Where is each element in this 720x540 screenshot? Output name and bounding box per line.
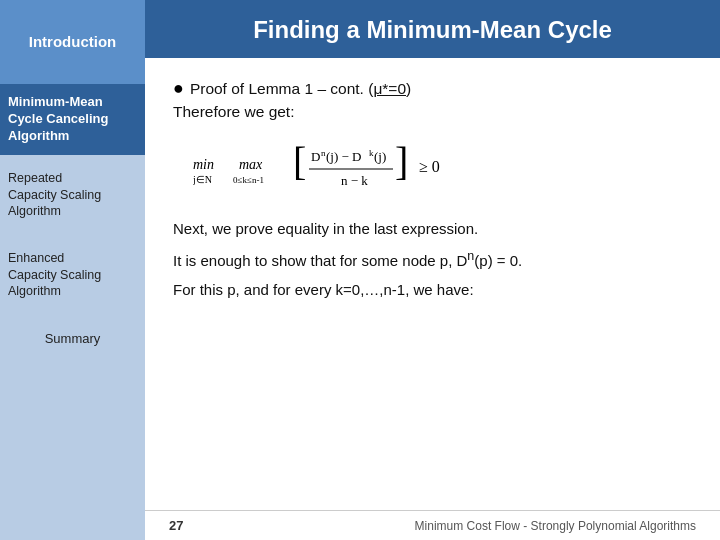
proof-lemma-line: ● Proof of Lemma 1 – cont. (μ*=0) — [173, 78, 692, 99]
svg-text:[: [ — [293, 139, 306, 184]
proof-intro-text: Proof of Lemma 1 – cont. (μ*=0) — [190, 80, 411, 98]
svg-text:0≤k≤n-1: 0≤k≤n-1 — [233, 175, 264, 185]
formula-svg: min j∈N max 0≤k≤n-1 [ D n (j) − D k (j) … — [193, 137, 573, 201]
sidebar-item-introduction[interactable]: Introduction — [0, 0, 145, 84]
page-title: Finding a Minimum-Mean Cycle — [145, 0, 720, 58]
superscript-n: n — [467, 249, 474, 263]
sidebar-item-rcsa-label: RepeatedCapacity ScalingAlgorithm — [8, 170, 137, 219]
sidebar: Introduction Minimum-MeanCycle Canceling… — [0, 0, 145, 540]
next-text-1: Next, we prove equality in the last expr… — [173, 217, 692, 241]
svg-text:min: min — [193, 157, 214, 172]
sidebar-item-summary[interactable]: Summary — [0, 315, 145, 365]
mu-star: μ*=0 — [373, 80, 406, 97]
svg-text:(j) − D: (j) − D — [326, 149, 362, 164]
svg-text:≥  0: ≥ 0 — [419, 158, 440, 175]
formula-area: min j∈N max 0≤k≤n-1 [ D n (j) − D k (j) … — [173, 137, 692, 201]
svg-text:(j): (j) — [374, 149, 386, 164]
sidebar-bottom-space — [0, 365, 145, 540]
sidebar-item-mmcc[interactable]: Minimum-MeanCycle CancelingAlgorithm — [0, 84, 145, 155]
next-text-3: For this p, and for every k=0,…,n-1, we … — [173, 278, 692, 302]
svg-text:D: D — [311, 149, 320, 164]
sidebar-item-mmcc-label: Minimum-MeanCycle CancelingAlgorithm — [8, 94, 137, 145]
footer-title: Minimum Cost Flow - Strongly Polynomial … — [415, 519, 696, 533]
svg-text:]: ] — [395, 139, 408, 184]
sidebar-item-ecsa-label: EnhancedCapacity ScalingAlgorithm — [8, 250, 137, 299]
sidebar-item-summary-label: Summary — [45, 331, 101, 348]
main-content: Finding a Minimum-Mean Cycle ● Proof of … — [145, 0, 720, 540]
svg-text:max: max — [239, 157, 263, 172]
sidebar-item-ecsa[interactable]: EnhancedCapacity ScalingAlgorithm — [0, 235, 145, 315]
sidebar-item-intro-label: Introduction — [29, 32, 116, 52]
main-body: ● Proof of Lemma 1 – cont. (μ*=0) Theref… — [145, 58, 720, 510]
footer: 27 Minimum Cost Flow - Strongly Polynomi… — [145, 510, 720, 540]
next-text-2: It is enough to show that for some node … — [173, 246, 692, 273]
therefore-line: Therefore we get: — [173, 103, 692, 121]
svg-text:j∈N: j∈N — [193, 174, 212, 185]
therefore-text: Therefore we get: — [173, 103, 294, 121]
page-number: 27 — [169, 518, 183, 533]
bullet-icon: ● — [173, 78, 184, 99]
sidebar-item-rcsa[interactable]: RepeatedCapacity ScalingAlgorithm — [0, 155, 145, 235]
svg-text:n − k: n − k — [341, 173, 368, 188]
